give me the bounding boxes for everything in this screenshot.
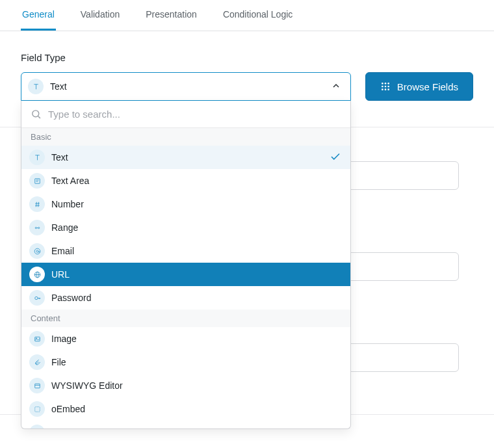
browse-fields-label: Browse Fields: [397, 81, 458, 92]
svg-point-9: [35, 227, 36, 228]
option-label: URL: [51, 269, 341, 280]
email-icon: [29, 243, 45, 259]
svg-rect-27: [34, 406, 40, 412]
option-label: WYSIWYG Editor: [51, 380, 341, 391]
svg-point-32: [382, 83, 384, 85]
option-range[interactable]: Range: [21, 216, 350, 239]
tab-validation[interactable]: Validation: [79, 0, 121, 31]
check-icon: [330, 151, 341, 165]
settings-tabs: General Validation Presentation Conditio…: [0, 0, 494, 31]
svg-line-8: [38, 202, 38, 207]
wysiwyg-icon: [29, 378, 45, 393]
tab-presentation[interactable]: Presentation: [144, 0, 198, 31]
option-image[interactable]: Image: [21, 327, 350, 350]
svg-point-40: [387, 88, 389, 90]
password-icon: [29, 290, 45, 306]
option-url[interactable]: URL: [21, 263, 350, 286]
tab-conditional-logic[interactable]: Conditional Logic: [222, 0, 294, 31]
option-wysiwyg[interactable]: WYSIWYG Editor: [21, 374, 350, 397]
chevron-up-icon: [331, 81, 341, 93]
option-label: Range: [51, 222, 341, 233]
svg-point-36: [384, 86, 386, 88]
option-password[interactable]: Password: [21, 286, 350, 310]
option-label: Text Area: [51, 176, 341, 186]
svg-line-7: [36, 202, 36, 207]
svg-point-39: [384, 88, 386, 90]
option-label: Text: [51, 152, 330, 163]
grid-icon: [380, 81, 391, 92]
tab-general[interactable]: General: [21, 0, 56, 31]
text-icon: [29, 150, 45, 165]
svg-point-38: [382, 88, 384, 90]
field-type-select-control[interactable]: Text: [21, 72, 351, 101]
svg-point-34: [387, 83, 389, 85]
svg-point-17: [34, 296, 37, 299]
svg-point-35: [382, 86, 384, 88]
svg-rect-2: [34, 178, 40, 183]
textarea-icon: [29, 173, 45, 189]
option-label: Image: [51, 334, 341, 344]
svg-point-37: [387, 86, 389, 88]
option-number[interactable]: Number: [21, 192, 350, 216]
option-oembed[interactable]: oEmbed: [21, 397, 350, 421]
text-icon: [28, 79, 44, 94]
svg-line-1: [38, 116, 40, 118]
option-label: Gallery (PRO Only): [51, 427, 341, 428]
svg-point-10: [38, 227, 39, 228]
number-icon: [29, 196, 45, 212]
svg-point-0: [32, 111, 39, 117]
option-label: Email: [51, 246, 341, 256]
option-file[interactable]: File: [21, 350, 350, 374]
option-label: File: [51, 357, 341, 367]
option-text[interactable]: Text: [21, 146, 350, 169]
svg-point-33: [384, 83, 386, 85]
field-type-select: Text Basic Text: [21, 72, 351, 101]
svg-point-13: [36, 250, 38, 252]
option-label: oEmbed: [51, 404, 341, 414]
field-type-label: Field Type: [21, 52, 473, 63]
url-icon: [29, 267, 45, 282]
dropdown-group-content: Content: [21, 310, 350, 327]
option-label: Number: [51, 199, 341, 209]
dropdown-group-basic: Basic: [21, 128, 350, 146]
option-email[interactable]: Email: [21, 239, 350, 263]
svg-rect-23: [34, 384, 40, 388]
gallery-icon: [29, 425, 45, 428]
image-icon: [29, 331, 45, 347]
dropdown-search: [21, 101, 350, 128]
file-icon: [29, 354, 45, 370]
search-icon: [31, 109, 42, 120]
browse-fields-button[interactable]: Browse Fields: [365, 72, 473, 101]
range-icon: [29, 220, 45, 235]
oembed-icon: [29, 401, 45, 417]
dropdown-list[interactable]: Basic Text Text Area Number: [21, 128, 350, 428]
option-gallery[interactable]: Gallery (PRO Only): [21, 421, 350, 428]
dropdown-search-input[interactable]: [48, 109, 341, 120]
option-text-area[interactable]: Text Area: [21, 169, 350, 192]
option-label: Password: [51, 293, 341, 303]
field-type-current-value: Text: [50, 81, 331, 92]
field-type-dropdown: Basic Text Text Area Number: [21, 101, 351, 429]
